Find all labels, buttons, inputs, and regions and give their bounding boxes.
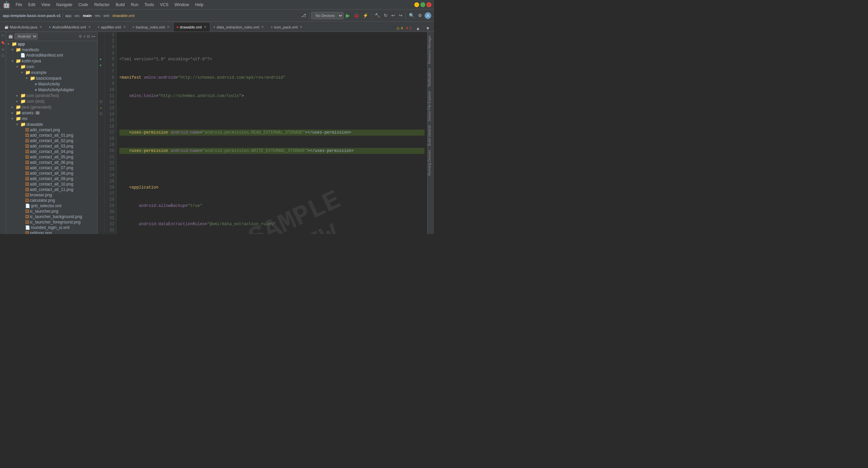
android-dropdown[interactable]: Android	[15, 33, 38, 39]
debug-button[interactable]: 🐞	[352, 12, 360, 19]
scroll-up-button[interactable]: ▲	[414, 25, 421, 32]
menu-run[interactable]: Run	[128, 2, 141, 8]
breadcrumb-main[interactable]: main	[83, 14, 92, 18]
maximize-button[interactable]: □	[420, 2, 425, 7]
menu-code[interactable]: Code	[76, 2, 91, 8]
build-button[interactable]: 🔨	[373, 12, 381, 19]
tree-item-rounded[interactable]: ▸ 📄 rounded_login_ui.xml	[6, 225, 97, 230]
tree-item-assets[interactable]: ▸ 📁 assets 🖼	[6, 110, 97, 116]
tree-settings-icon[interactable]: ⚙	[79, 34, 82, 39]
tree-item-addcontact02[interactable]: ▸ 🖼 add_contact_alt_02.png	[6, 138, 97, 143]
resource-manager-icon[interactable]: Resource Manager	[428, 33, 434, 66]
menu-vcs[interactable]: VCS	[157, 2, 171, 8]
search-button[interactable]: 🔍	[408, 12, 416, 19]
tab-close-manifest[interactable]: ✕	[87, 25, 92, 29]
run-button[interactable]: ▶	[344, 12, 351, 19]
tree-item-androidmanifest[interactable]: ▸ 📄 AndroidManifest.xml	[6, 53, 97, 58]
tab-close-iconpack[interactable]: ✕	[299, 25, 303, 29]
tree-item-test[interactable]: ▸ 📁 com (test)	[6, 98, 97, 104]
device-explorer-icon[interactable]: Device File Explorer	[428, 89, 434, 123]
menu-refactor[interactable]: Refactor	[92, 2, 112, 8]
tree-item-addcontact10[interactable]: ▸ 🖼 add_contact_alt_10.png	[6, 181, 97, 187]
menu-edit[interactable]: Edit	[25, 2, 38, 8]
tree-item-javagenerated[interactable]: ▸ 📁 java (generated)	[6, 104, 97, 110]
tree-item-addcontact07[interactable]: ▸ 🖼 add_contact_alt_07.png	[6, 165, 97, 171]
breadcrumb-file[interactable]: drawable.xml	[113, 14, 135, 18]
tab-drawable[interactable]: ● drawable.xml ✕	[173, 22, 210, 32]
tree-item-addcontact05[interactable]: ▸ 🖼 add_contact_alt_05.png	[6, 154, 97, 160]
code-editor[interactable]: SAMPLE VIEW <?xml version="1.0" encoding…	[117, 32, 427, 234]
menu-view[interactable]: View	[39, 2, 53, 8]
tree-item-iclauncher[interactable]: ▸ 🖼 ic_launcher.png	[6, 209, 97, 214]
tree-item-addcontact09[interactable]: ▸ 🖼 add_contact_alt_09.png	[6, 176, 97, 181]
tree-item-addcontact04[interactable]: ▸ 🖼 add_contact_alt_04.png	[6, 149, 97, 154]
tree-item-androidtest[interactable]: ▸ 📁 com (androidTest)	[6, 93, 97, 98]
tree-item-addcontact08[interactable]: ▸ 🖼 add_contact_alt_08.png	[6, 171, 97, 176]
tree-item-addcontact03[interactable]: ▸ 🖼 add_contact_alt_03.png	[6, 143, 97, 149]
devices-dropdown[interactable]: No Devices	[311, 12, 343, 19]
tab-backup[interactable]: ● backup_rules.xml ✕	[130, 22, 174, 32]
notifications-icon[interactable]: Notifications	[428, 66, 434, 89]
tree-item-browser[interactable]: ▸ 🖼 browser.png	[6, 192, 97, 198]
bookmarks-tool-button[interactable]: 🔖	[1, 41, 5, 45]
tab-close-backup[interactable]: ✕	[166, 25, 170, 29]
project-tool-button[interactable]: ◁	[1, 34, 5, 38]
build-variants-button[interactable]: ⬡	[1, 54, 5, 58]
tab-appfilter[interactable]: ● appfilter.xml ✕	[95, 22, 130, 32]
minimize-button[interactable]: −	[414, 2, 419, 7]
tree-item-drawable[interactable]: ▾ 📁 drawable	[6, 121, 97, 127]
tree-item-res[interactable]: ▾ 📁 res	[6, 116, 97, 121]
tab-close-appfilter[interactable]: ✕	[122, 25, 126, 29]
tree-filter-icon[interactable]: ≡	[83, 34, 85, 39]
redo-button[interactable]: ↪	[397, 12, 404, 19]
menu-tools[interactable]: Tools	[142, 2, 157, 8]
breadcrumb-xml[interactable]: xml	[103, 14, 109, 18]
breadcrumb-res[interactable]: res	[95, 14, 100, 18]
account-button[interactable]: A	[425, 12, 431, 19]
menu-build[interactable]: Build	[113, 2, 127, 8]
close-button[interactable]: ✕	[427, 2, 431, 7]
running-devices-icon[interactable]: Running Devices	[428, 148, 434, 178]
tree-item-iclauncher-bg[interactable]: ▸ 🖼 ic_launcher_background.png	[6, 214, 97, 219]
tab-dataextraction[interactable]: ● data_extraction_rules.xml ✕	[210, 22, 268, 32]
breadcrumb-src[interactable]: src	[75, 14, 80, 18]
breadcrumb-app[interactable]: app	[65, 14, 71, 18]
profile-button[interactable]: ⚡	[361, 12, 370, 19]
menu-help[interactable]: Help	[192, 2, 206, 8]
tree-item-com[interactable]: ▾ 📁 com	[6, 64, 97, 70]
tree-dots-icon[interactable]: •••	[91, 34, 95, 39]
tree-item-kotlinjava[interactable]: ▾ 📁 kotlin+java	[6, 58, 97, 64]
code-container[interactable]: ▶ ▶ 🖼 ⚠ 🖼 ○	[98, 32, 427, 234]
build-variants-right-icon[interactable]: Build Variants	[428, 123, 434, 148]
sync-button[interactable]: ↻	[382, 12, 389, 19]
tree-item-settings[interactable]: ▸ 🖼 settings.png	[6, 230, 97, 234]
tree-item-calculator[interactable]: ▸ 🖼 calculator.png	[6, 198, 97, 203]
tab-close-dataextraction[interactable]: ✕	[260, 25, 264, 29]
tab-close-drawable[interactable]: ✕	[203, 25, 207, 29]
structure-tool-button[interactable]: ≡	[1, 48, 5, 51]
tree-item-mainactivity[interactable]: ▸ ● MainActivity	[6, 81, 97, 87]
tree-item-gridselector[interactable]: ▸ 📄 grid_selector.xml	[6, 203, 97, 209]
tree-item-example[interactable]: ▾ 📁 example	[6, 70, 97, 75]
tree-item-basiciconpack[interactable]: ▾ 📁 basiciconpack	[6, 75, 97, 81]
tree-item-addcontact11[interactable]: ▸ 🖼 add_contact_alt_11.png	[6, 187, 97, 192]
menu-file[interactable]: File	[13, 2, 25, 8]
git-icon[interactable]: ⎇	[300, 12, 308, 19]
undo-button[interactable]: ↩	[390, 12, 396, 19]
tab-androidmanifest[interactable]: ● AndroidManifest.xml ✕	[46, 22, 95, 32]
tree-item-iclauncher-fg[interactable]: ▸ 🖼 ic_launcher_foreground.png	[6, 219, 97, 225]
tab-mainactivity[interactable]: ☕ MainActivity.java ✕	[1, 22, 46, 32]
scroll-down-button[interactable]: ▼	[424, 25, 431, 32]
tree-item-addcontact01[interactable]: ▸ 🖼 add_contact_alt_01.png	[6, 133, 97, 138]
tree-item-mainadapter[interactable]: ▸ ● MainActivityAdapter	[6, 87, 97, 93]
tab-close-mainactivity[interactable]: ✕	[39, 25, 43, 29]
tree-item-addcontact[interactable]: ▸ 🖼 add_contact.png	[6, 127, 97, 133]
tree-item-app[interactable]: ▾ 📁 app	[6, 41, 97, 47]
tab-iconpack[interactable]: ● icon_pack.xml ✕	[268, 22, 306, 32]
menu-navigate[interactable]: Navigate	[54, 2, 75, 8]
tree-collapse-icon[interactable]: ⊟	[87, 34, 90, 39]
tree-item-addcontact06[interactable]: ▸ 🖼 add_contact_alt_06.png	[6, 160, 97, 165]
menu-window[interactable]: Window	[172, 2, 192, 8]
settings-button[interactable]: ⚙	[417, 12, 423, 19]
tree-item-manifests[interactable]: ▾ 📁 manifests	[6, 47, 97, 53]
